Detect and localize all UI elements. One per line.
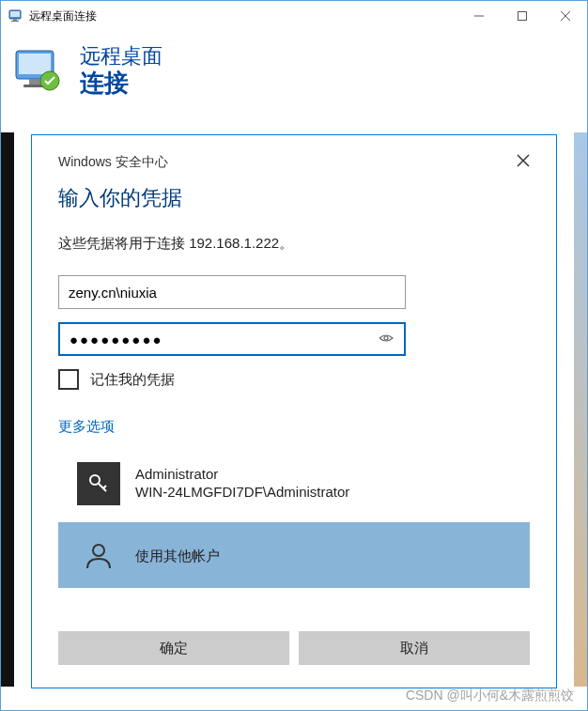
minimize-button[interactable] <box>457 1 501 31</box>
watermark: CSDN @叫小何&木露煎煎饺 <box>406 688 574 704</box>
remember-credentials-row[interactable]: 记住我的凭据 <box>58 369 530 390</box>
account-option-admin[interactable]: Administrator WIN-24LMGFDI7DF\Administra… <box>58 451 530 517</box>
svg-rect-10 <box>29 79 40 85</box>
rdp-window: 远程桌面连接 远程桌面 连接 <box>0 0 588 711</box>
password-input[interactable]: ●●●●●●●●● <box>58 322 406 356</box>
rdp-header-text: 远程桌面 连接 <box>80 44 162 99</box>
dialog-close-button[interactable] <box>503 154 530 171</box>
svg-rect-5 <box>518 12 527 21</box>
titlebar: 远程桌面连接 <box>1 1 587 31</box>
svg-rect-3 <box>11 21 19 22</box>
maximize-button[interactable] <box>501 1 544 31</box>
password-field[interactable]: ●●●●●●●●● <box>70 332 163 348</box>
user-icon <box>77 533 120 577</box>
account-option-other[interactable]: 使用其他帐户 <box>58 522 530 588</box>
header-line2: 连接 <box>80 69 162 98</box>
account-domain: WIN-24LMGFDI7DF\Administrator <box>135 482 349 502</box>
more-options-link[interactable]: 更多选项 <box>58 418 530 436</box>
rdp-logo-icon <box>12 45 65 98</box>
window-title: 远程桌面连接 <box>29 8 457 24</box>
svg-rect-2 <box>13 19 17 21</box>
window-controls <box>457 1 587 31</box>
header-line1: 远程桌面 <box>80 44 162 69</box>
svg-point-19 <box>93 545 104 556</box>
svg-rect-9 <box>19 54 51 74</box>
rdp-icon <box>8 8 23 23</box>
close-button[interactable] <box>544 1 587 31</box>
background-left <box>1 132 14 687</box>
background-right <box>574 132 587 687</box>
svg-rect-1 <box>10 11 20 17</box>
cancel-button[interactable]: 取消 <box>299 631 530 665</box>
remember-label: 记住我的凭据 <box>90 371 175 389</box>
key-icon <box>77 462 120 505</box>
remember-checkbox[interactable] <box>58 369 79 390</box>
credentials-description: 这些凭据将用于连接 192.168.1.222。 <box>58 235 530 253</box>
rdp-header: 远程桌面 连接 <box>1 31 587 116</box>
ok-button[interactable]: 确定 <box>58 631 289 665</box>
account-name: Administrator <box>135 466 349 482</box>
other-account-label: 使用其他帐户 <box>135 546 220 565</box>
username-input[interactable] <box>58 275 406 309</box>
reveal-password-icon[interactable] <box>378 330 395 349</box>
credentials-heading: 输入你的凭据 <box>58 184 530 212</box>
credentials-dialog: Windows 安全中心 输入你的凭据 这些凭据将用于连接 192.168.1.… <box>31 134 557 688</box>
svg-point-15 <box>384 336 388 340</box>
svg-line-18 <box>103 486 106 488</box>
username-field[interactable] <box>69 285 395 301</box>
security-header: Windows 安全中心 <box>58 154 168 171</box>
